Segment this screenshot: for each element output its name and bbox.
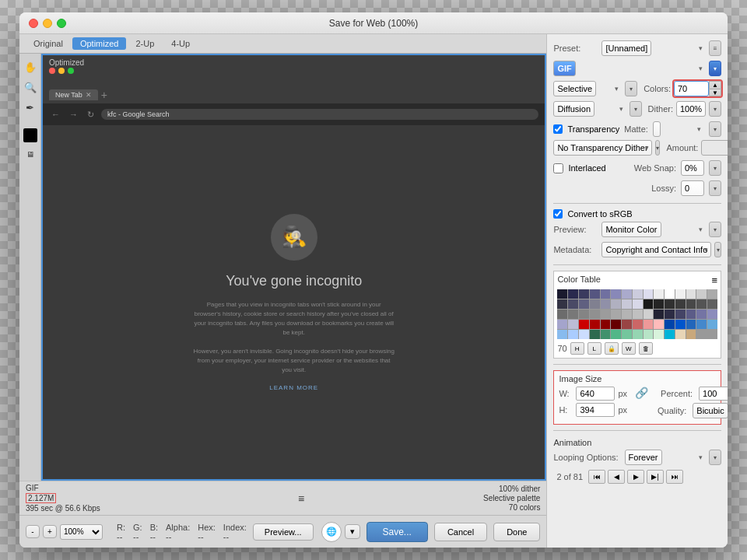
- tab-optimized[interactable]: Optimized: [72, 37, 127, 50]
- color-cell-55[interactable]: [665, 320, 675, 329]
- color-cell-47[interactable]: [579, 320, 589, 329]
- color-cell-43[interactable]: [696, 310, 707, 319]
- color-cell-33[interactable]: [590, 310, 600, 319]
- color-cell-17[interactable]: [579, 299, 589, 309]
- format-select[interactable]: GIF: [553, 61, 576, 76]
- color-cell-53[interactable]: [644, 320, 654, 329]
- color-swatch[interactable]: [23, 128, 37, 142]
- quality-select[interactable]: Bicubic: [693, 403, 728, 418]
- preview-arrow-button[interactable]: ▾: [345, 524, 360, 539]
- color-cell-61[interactable]: [568, 330, 578, 339]
- color-cell-64[interactable]: [601, 330, 611, 339]
- color-cell-10[interactable]: [665, 289, 675, 299]
- browser-max-dot[interactable]: [68, 68, 74, 74]
- tab-close-icon[interactable]: ✕: [86, 91, 92, 99]
- color-cell-67[interactable]: [633, 330, 643, 339]
- color-cell-27[interactable]: [686, 299, 696, 309]
- colors-up-button[interactable]: ▲: [709, 81, 721, 89]
- color-cell-15[interactable]: [557, 299, 567, 309]
- color-cell-40[interactable]: [665, 310, 675, 319]
- zoom-tool[interactable]: 🔍: [22, 79, 39, 96]
- metadata-arrow[interactable]: ▾: [714, 242, 721, 257]
- dither-input[interactable]: [676, 101, 706, 117]
- color-cell-34[interactable]: [601, 310, 611, 319]
- color-cell-68[interactable]: [644, 330, 654, 339]
- width-input[interactable]: [576, 387, 615, 401]
- color-cell-3[interactable]: [590, 289, 600, 299]
- color-cell-35[interactable]: [611, 310, 621, 319]
- preview-arrow[interactable]: ▾: [709, 222, 721, 237]
- matte-arrow[interactable]: ▾: [709, 121, 721, 137]
- looping-select[interactable]: Forever: [625, 450, 662, 465]
- color-cell-8[interactable]: [644, 289, 654, 299]
- constrain-proportions-icon[interactable]: 🔗: [635, 387, 648, 399]
- color-cell-32[interactable]: [579, 310, 589, 319]
- reload-button[interactable]: ↻: [85, 110, 96, 120]
- color-cell-23[interactable]: [644, 299, 654, 309]
- color-cell-52[interactable]: [633, 320, 643, 329]
- sort-by-luminance-button[interactable]: L: [587, 342, 601, 355]
- percent-input[interactable]: [699, 387, 728, 401]
- color-cell-25[interactable]: [665, 299, 675, 309]
- back-button[interactable]: ←: [49, 110, 62, 119]
- save-button[interactable]: Save...: [366, 522, 428, 542]
- color-cell-57[interactable]: [686, 320, 696, 329]
- prev-frame-button[interactable]: ◀: [608, 470, 625, 484]
- preview-button[interactable]: Preview...: [253, 523, 314, 541]
- color-cell-59[interactable]: [707, 320, 717, 329]
- color-cell-31[interactable]: [568, 310, 578, 319]
- color-cell-12[interactable]: [686, 289, 696, 299]
- close-button[interactable]: [29, 19, 38, 28]
- color-cell-6[interactable]: [622, 289, 632, 299]
- color-cell-26[interactable]: [675, 299, 686, 309]
- web-safe-button[interactable]: W: [622, 342, 636, 355]
- play-button[interactable]: ▶: [627, 470, 644, 484]
- zoom-in-button[interactable]: +: [43, 525, 57, 538]
- color-cell-7[interactable]: [633, 289, 643, 299]
- interlaced-checkbox[interactable]: [553, 163, 563, 173]
- color-cell-18[interactable]: [590, 299, 600, 309]
- done-button[interactable]: Done: [493, 523, 540, 541]
- color-cell-63[interactable]: [590, 330, 600, 339]
- color-cell-11[interactable]: [675, 289, 686, 299]
- color-cell-48[interactable]: [590, 320, 600, 329]
- color-cell-1[interactable]: [568, 289, 578, 299]
- color-cell-22[interactable]: [633, 299, 643, 309]
- web-snap-input[interactable]: [681, 160, 704, 176]
- color-cell-69[interactable]: [654, 330, 664, 339]
- color-cell-39[interactable]: [654, 310, 664, 319]
- matte-select[interactable]: [653, 121, 661, 137]
- color-cell-30[interactable]: [557, 310, 567, 319]
- color-reduction-arrow[interactable]: ▾: [625, 81, 637, 96]
- browser-min-dot[interactable]: [58, 68, 65, 74]
- color-cell-29[interactable]: [707, 299, 717, 309]
- lock-color-button[interactable]: 🔒: [605, 342, 619, 355]
- color-cell-24[interactable]: [654, 299, 664, 309]
- color-cell-20[interactable]: [611, 299, 621, 309]
- transparency-checkbox[interactable]: [553, 124, 563, 134]
- dither-select[interactable]: Diffusion: [553, 101, 594, 117]
- color-cell-42[interactable]: [686, 310, 696, 319]
- maximize-button[interactable]: [57, 19, 66, 28]
- forward-button[interactable]: →: [67, 110, 80, 119]
- tab-2up[interactable]: 2-Up: [128, 37, 162, 50]
- color-cell-49[interactable]: [601, 320, 611, 329]
- color-cell-36[interactable]: [622, 310, 632, 319]
- web-snap-arrow[interactable]: ▾: [709, 160, 721, 176]
- zoom-select[interactable]: 100%: [60, 524, 103, 540]
- color-cell-5[interactable]: [611, 289, 621, 299]
- convert-srgb-checkbox[interactable]: [553, 209, 563, 219]
- tab-4up[interactable]: 4-Up: [163, 37, 198, 50]
- dither-arrow[interactable]: ▾: [630, 101, 642, 117]
- color-cell-38[interactable]: [644, 310, 654, 319]
- color-cell-9[interactable]: [654, 289, 664, 299]
- browser-preview-tool[interactable]: 🖥: [22, 145, 39, 163]
- color-cell-37[interactable]: [633, 310, 643, 319]
- looping-arrow[interactable]: ▾: [709, 450, 721, 465]
- color-cell-4[interactable]: [601, 289, 611, 299]
- amount-input[interactable]: [701, 140, 728, 156]
- color-cell-45[interactable]: [557, 320, 567, 329]
- color-cell-60[interactable]: [557, 330, 567, 339]
- no-transparency-dither-arrow[interactable]: ▾: [655, 140, 660, 156]
- next-frame-button[interactable]: ▶|: [647, 470, 664, 484]
